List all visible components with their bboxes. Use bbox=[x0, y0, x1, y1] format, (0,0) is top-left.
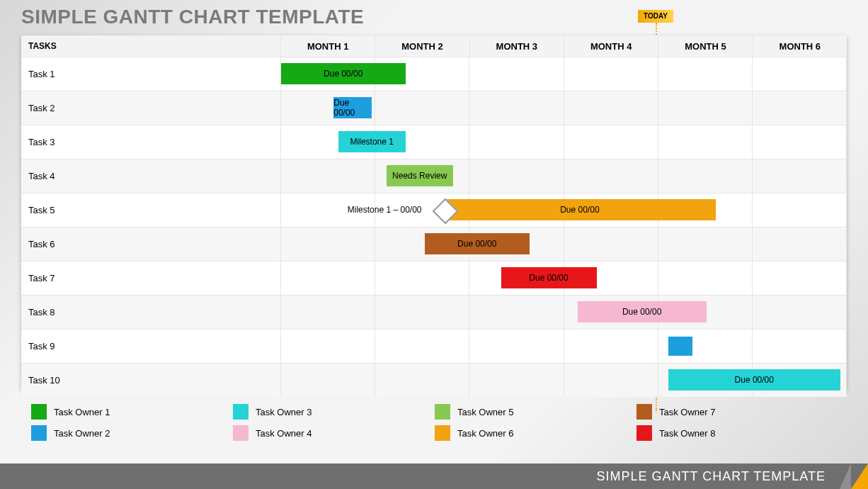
legend-label: Task Owner 6 bbox=[457, 428, 513, 439]
legend-item: Task Owner 3 bbox=[233, 404, 435, 420]
gantt-bar: Due 00/00 bbox=[333, 97, 372, 118]
tasks-header: TASKS bbox=[21, 35, 281, 57]
bar-layer: Needs Review bbox=[281, 159, 847, 193]
bar-layer: Due 00/00 bbox=[281, 91, 847, 125]
task-name: Task 9 bbox=[21, 330, 281, 363]
month-col-2: MONTH 2 bbox=[375, 35, 469, 57]
task-row: Task 5 Due 00/00Milestone 1 – 00/00 bbox=[21, 193, 847, 227]
task-timeline: Due 00/00 bbox=[281, 364, 847, 397]
bar-layer: Milestone 1 bbox=[281, 125, 847, 159]
gantt-bar: Due 00/00 bbox=[578, 301, 707, 322]
footer-accent-orange bbox=[851, 463, 868, 489]
legend: Task Owner 1 Task Owner 2 Task Owner 3 T… bbox=[31, 400, 838, 441]
bar-layer bbox=[281, 330, 847, 363]
page-title: SIMPLE GANTT CHART TEMPLATE bbox=[21, 6, 364, 28]
footer-accent-grey bbox=[840, 463, 851, 489]
month-col-5: MONTH 5 bbox=[658, 35, 753, 57]
task-timeline: Due 00/00 bbox=[281, 227, 847, 261]
gantt-bar: Due 00/00 bbox=[444, 199, 716, 220]
footer-title: SIMPLE GANTT CHART TEMPLATE bbox=[597, 469, 826, 484]
task-row: Task 8 Due 00/00 bbox=[21, 295, 847, 329]
legend-label: Task Owner 3 bbox=[256, 407, 312, 417]
task-row: Task 7 Due 00/00 bbox=[21, 261, 847, 295]
legend-item: Task Owner 2 bbox=[31, 425, 233, 441]
bar-layer: Due 00/00 bbox=[281, 262, 847, 295]
gantt-bar: Due 00/00 bbox=[668, 369, 840, 390]
header-row: TASKS MONTH 1MONTH 2MONTH 3MONTH 4MONTH … bbox=[21, 35, 847, 57]
milestone-label: Milestone 1 – 00/00 bbox=[348, 205, 422, 215]
task-row: Task 9 bbox=[21, 329, 847, 363]
task-name: Task 1 bbox=[21, 57, 281, 91]
month-col-1: MONTH 1 bbox=[281, 35, 375, 57]
month-col-6: MONTH 6 bbox=[753, 35, 847, 57]
task-timeline: Milestone 1 bbox=[281, 125, 847, 159]
gantt-grid: TASKS MONTH 1MONTH 2MONTH 3MONTH 4MONTH … bbox=[21, 35, 847, 390]
legend-item: Task Owner 4 bbox=[233, 425, 435, 441]
month-col-3: MONTH 3 bbox=[470, 35, 564, 57]
task-name: Task 6 bbox=[21, 227, 281, 261]
gantt-bar: Due 00/00 bbox=[501, 267, 597, 288]
today-badge: TODAY bbox=[638, 10, 673, 23]
legend-swatch bbox=[31, 425, 47, 441]
legend-col: Task Owner 7 Task Owner 8 bbox=[636, 400, 838, 441]
task-timeline: Needs Review bbox=[281, 159, 847, 193]
legend-col: Task Owner 3 Task Owner 4 bbox=[233, 400, 435, 441]
legend-swatch bbox=[636, 404, 652, 420]
footer-bar: SIMPLE GANTT CHART TEMPLATE bbox=[0, 463, 868, 489]
legend-item: Task Owner 7 bbox=[636, 404, 838, 420]
legend-label: Task Owner 5 bbox=[457, 407, 513, 417]
legend-item: Task Owner 5 bbox=[435, 404, 636, 420]
bar-layer: Due 00/00 bbox=[281, 57, 847, 91]
task-row: Task 6 Due 00/00 bbox=[21, 227, 847, 261]
task-timeline: Due 00/00 bbox=[281, 57, 847, 91]
task-row: Task 3 Milestone 1 bbox=[21, 125, 847, 159]
legend-swatch bbox=[435, 425, 450, 441]
bar-layer: Due 00/00 bbox=[281, 296, 847, 329]
month-col-4: MONTH 4 bbox=[564, 35, 658, 57]
legend-label: Task Owner 8 bbox=[659, 428, 715, 439]
gantt-bar bbox=[668, 337, 692, 356]
legend-swatch bbox=[636, 425, 652, 441]
task-name: Task 10 bbox=[21, 364, 281, 397]
task-name: Task 3 bbox=[21, 125, 281, 159]
gantt-bar: Due 00/00 bbox=[281, 63, 406, 84]
legend-label: Task Owner 4 bbox=[256, 428, 312, 439]
bar-layer: Due 00/00Milestone 1 – 00/00 bbox=[281, 193, 847, 227]
bar-layer: Due 00/00 bbox=[281, 364, 847, 397]
task-row: Task 1 Due 00/00 bbox=[21, 57, 847, 91]
legend-item: Task Owner 6 bbox=[435, 425, 636, 441]
task-name: Task 8 bbox=[21, 296, 281, 329]
task-timeline bbox=[281, 330, 847, 363]
legend-col: Task Owner 5 Task Owner 6 bbox=[435, 400, 636, 441]
legend-item: Task Owner 8 bbox=[636, 425, 838, 441]
legend-label: Task Owner 1 bbox=[54, 407, 110, 417]
task-row: Task 2 Due 00/00 bbox=[21, 91, 847, 125]
task-name: Task 2 bbox=[21, 91, 281, 125]
legend-col: Task Owner 1 Task Owner 2 bbox=[31, 400, 233, 441]
task-row: Task 10 Due 00/00 bbox=[21, 363, 847, 397]
legend-swatch bbox=[435, 404, 450, 420]
gantt-bar: Milestone 1 bbox=[338, 131, 406, 152]
task-timeline: Due 00/00 bbox=[281, 296, 847, 329]
task-row: Task 4 Needs Review bbox=[21, 159, 847, 193]
slide: SIMPLE GANTT CHART TEMPLATE TODAY TASKS … bbox=[0, 0, 868, 489]
task-name: Task 5 bbox=[21, 193, 281, 227]
gantt-bar: Due 00/00 bbox=[425, 233, 530, 254]
task-timeline: Due 00/00Milestone 1 – 00/00 bbox=[281, 193, 847, 227]
legend-item: Task Owner 1 bbox=[31, 404, 233, 420]
legend-label: Task Owner 2 bbox=[54, 428, 110, 439]
bar-layer: Due 00/00 bbox=[281, 227, 847, 261]
task-timeline: Due 00/00 bbox=[281, 262, 847, 295]
legend-swatch bbox=[233, 404, 249, 420]
legend-swatch bbox=[233, 425, 249, 441]
task-name: Task 4 bbox=[21, 159, 281, 193]
task-name: Task 7 bbox=[21, 262, 281, 295]
task-timeline: Due 00/00 bbox=[281, 91, 847, 125]
legend-swatch bbox=[31, 404, 47, 420]
legend-label: Task Owner 7 bbox=[659, 407, 715, 417]
gantt-bar: Needs Review bbox=[387, 165, 454, 186]
